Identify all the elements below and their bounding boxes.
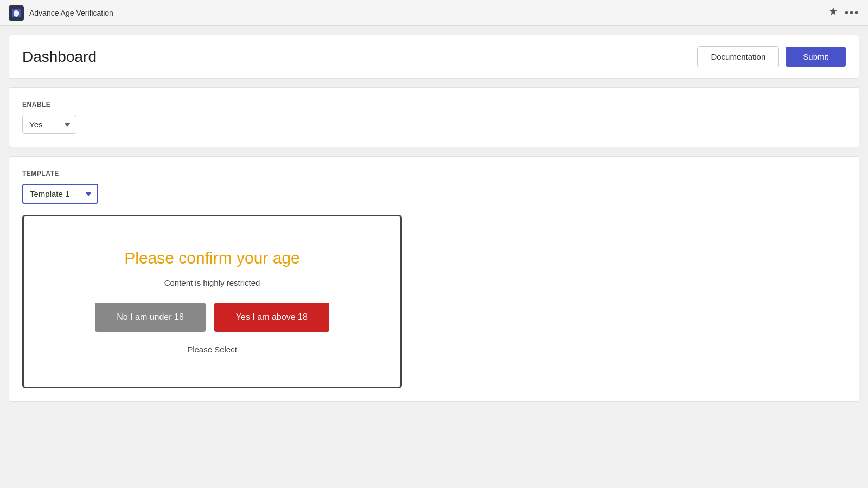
top-bar-right: ••• bbox=[828, 7, 859, 19]
enable-label: ENABLE bbox=[22, 101, 846, 108]
template-preview-wrapper: Please confirm your age Content is highl… bbox=[22, 215, 402, 388]
top-bar-left: Advance Age Verification bbox=[9, 5, 113, 21]
submit-button[interactable]: Submit bbox=[786, 47, 846, 67]
confirm-subtitle: Content is highly restricted bbox=[164, 278, 260, 287]
dashboard-title: Dashboard bbox=[22, 48, 97, 66]
no-under-18-button[interactable]: No I am under 18 bbox=[95, 303, 206, 332]
template-label: TEMPLATE bbox=[22, 170, 846, 177]
enable-section-card: ENABLE Yes No bbox=[9, 87, 859, 147]
app-title: Advance Age Verification bbox=[29, 9, 113, 17]
template-select[interactable]: Template 1 Template 2 Template 3 bbox=[22, 184, 98, 204]
confirm-buttons: No I am under 18 Yes I am above 18 bbox=[95, 303, 329, 332]
documentation-button[interactable]: Documentation bbox=[697, 46, 779, 67]
top-bar: Advance Age Verification ••• bbox=[0, 0, 868, 26]
enable-select[interactable]: Yes No bbox=[22, 115, 76, 134]
confirm-age-title: Please confirm your age bbox=[124, 249, 300, 267]
app-icon bbox=[9, 5, 24, 21]
dashboard-actions: Documentation Submit bbox=[697, 46, 846, 67]
yes-above-18-button[interactable]: Yes I am above 18 bbox=[214, 303, 329, 332]
pin-icon[interactable] bbox=[828, 7, 838, 19]
more-options-icon[interactable]: ••• bbox=[845, 7, 859, 19]
please-select-text: Please Select bbox=[187, 345, 237, 365]
template-section-card: TEMPLATE Template 1 Template 2 Template … bbox=[9, 156, 859, 402]
main-content: Dashboard Documentation Submit ENABLE Ye… bbox=[0, 26, 868, 419]
dashboard-card: Dashboard Documentation Submit bbox=[9, 35, 859, 79]
template-preview-inner: Please confirm your age Content is highl… bbox=[24, 216, 400, 387]
